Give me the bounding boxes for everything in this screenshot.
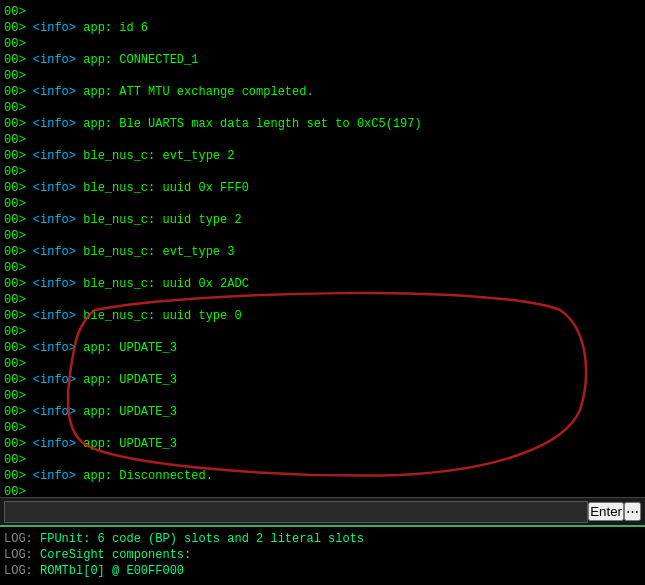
- log-line: 00>: [4, 324, 641, 340]
- log-line: 00>: [4, 452, 641, 468]
- log-line: 00>: [4, 484, 641, 497]
- log-line: 00>: [4, 420, 641, 436]
- log-line: 00> <info> ble_nus_c: evt_type 3: [4, 244, 641, 260]
- log-line: 00>: [4, 4, 641, 20]
- log-line: 00> <info> app: Ble UARTS max data lengt…: [4, 116, 641, 132]
- log-line: 00>: [4, 356, 641, 372]
- log-line: 00>: [4, 68, 641, 84]
- log-line: 00> <info> ble_nus_c: uuid 0x 2ADC: [4, 276, 641, 292]
- log-line: 00>: [4, 292, 641, 308]
- log-line: 00> <info> ble_nus_c: uuid 0x FFF0: [4, 180, 641, 196]
- log-line: 00> <info> app: UPDATE_3: [4, 404, 641, 420]
- log-line: 00>: [4, 196, 641, 212]
- log-line: 00> <info> app: UPDATE_3: [4, 340, 641, 356]
- log-line: 00>: [4, 132, 641, 148]
- input-bar: Enter ⋯: [0, 497, 645, 525]
- log-line: 00>: [4, 164, 641, 180]
- log-line: 00>: [4, 388, 641, 404]
- command-input[interactable]: [4, 501, 588, 523]
- enter-button[interactable]: Enter: [588, 502, 624, 521]
- log-line: 00> <info> app: ATT MTU exchange complet…: [4, 84, 641, 100]
- log-line: 00> <info> ble_nus_c: uuid type 2: [4, 212, 641, 228]
- log-line: 00>: [4, 100, 641, 116]
- log-line: 00> <info> ble_nus_c: evt_type 2: [4, 148, 641, 164]
- bottom-log-line: LOG: FPUnit: 6 code (BP) slots and 2 lit…: [4, 531, 641, 547]
- log-line: 00>: [4, 260, 641, 276]
- log-line: 00> <info> app: Disconnected.: [4, 468, 641, 484]
- log-line: 00> <info> ble_nus_c: uuid type 0: [4, 308, 641, 324]
- extra-button[interactable]: ⋯: [624, 502, 641, 521]
- bottom-log-line: LOG: CoreSight components:: [4, 547, 641, 563]
- bottom-log-line: LOG: ROMTbl[0] @ E00FF000: [4, 563, 641, 579]
- log-line: 00> <info> app: id 6: [4, 20, 641, 36]
- log-line: 00> <info> app: UPDATE_3: [4, 436, 641, 452]
- log-line: 00>: [4, 228, 641, 244]
- log-line: 00> <info> app: CONNECTED_1: [4, 52, 641, 68]
- terminal-output: 00>00> <info> app: id 600>00> <info> app…: [0, 0, 645, 497]
- log-line: 00>: [4, 36, 641, 52]
- log-line: 00> <info> app: UPDATE_3: [4, 372, 641, 388]
- bottom-log-area: LOG: FPUnit: 6 code (BP) slots and 2 lit…: [0, 525, 645, 585]
